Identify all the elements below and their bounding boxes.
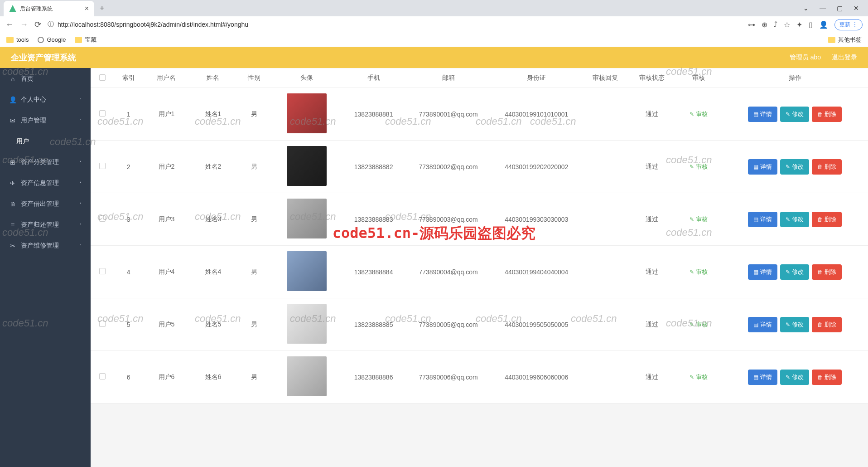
audit-link[interactable]: ✎ 审核 [690,268,708,276]
detail-button[interactable]: ▤详情 [748,317,777,332]
row-checkbox[interactable] [99,110,106,117]
url-input[interactable]: ⓘ http://localhost:8080/springboot4j9k2/… [48,20,742,29]
avatar-image[interactable] [287,93,327,133]
header-username: 用户名 [143,68,190,88]
edit-button[interactable]: ✎修改 [780,317,809,332]
maximize-icon[interactable]: ▢ [837,5,843,12]
users-icon: ✉ [9,117,16,124]
edit-button[interactable]: ✎修改 [780,212,809,227]
new-tab-button[interactable]: + [100,4,105,13]
star-icon[interactable]: ☆ [784,20,790,29]
minimize-icon[interactable]: — [820,5,826,12]
edit-icon: ✎ [690,321,694,328]
delete-button[interactable]: 🗑删除 [812,370,842,385]
logout-link[interactable]: 退出登录 [832,54,857,62]
sidebar-item-8[interactable]: ✂资产维修管理˅ [0,235,91,256]
cell-username: 用户5 [143,298,190,351]
audit-link[interactable]: ✎ 审核 [690,373,708,381]
row-checkbox[interactable] [99,163,106,169]
bookmark-baozang[interactable]: 宝藏 [75,36,96,44]
sidebar-item-0[interactable]: ⌂首页 [0,68,91,89]
sidebar: ⌂首页👤个人中心˅✉用户管理˄用户⊞资产分类管理˅✈资产信息管理˅🗎资产借出管理… [0,48,91,467]
sidebar-item-2[interactable]: ✉用户管理˄ [0,110,91,131]
sidebar-item-1[interactable]: 👤个人中心˅ [0,89,91,110]
table-header-row: 索引 用户名 姓名 性别 头像 手机 邮箱 身份证 审核回复 审核状态 审核 操… [91,68,868,88]
audit-link[interactable]: ✎ 审核 [690,110,708,118]
audit-link[interactable]: ✎ 审核 [690,215,708,224]
panel-icon[interactable]: ▯ [809,20,813,29]
delete-button[interactable]: 🗑删除 [812,159,842,175]
sidebar-item-7[interactable]: ≡资产归还管理˅ [0,214,91,235]
edit-icon: ✎ [690,216,694,223]
row-checkbox[interactable] [99,321,106,327]
extensions-icon[interactable]: ✦ [796,20,802,29]
dropdown-icon[interactable]: ⌄ [803,5,809,12]
avatar-image[interactable] [287,251,327,291]
edit-button[interactable]: ✎修改 [780,159,809,175]
edit-button[interactable]: ✎修改 [780,107,809,122]
cell-index: 2 [114,141,143,193]
reload-button[interactable]: ⟳ [34,19,41,29]
edit-icon: ✎ [690,164,694,170]
delete-button[interactable]: 🗑删除 [812,264,842,280]
app-title: 企业资产管理系统 [11,52,76,63]
trash-icon: 🗑 [817,216,823,223]
detail-button[interactable]: ▤详情 [748,107,777,122]
cell-audit-status: 通过 [629,246,675,298]
close-tab-icon[interactable]: × [85,5,89,13]
forward-button[interactable]: → [20,20,28,29]
row-checkbox[interactable] [99,215,106,222]
info-icon[interactable]: ⓘ [48,20,54,29]
cell-email: 773890005@qq.com [405,298,491,351]
chevron-down-icon: ˅ [79,181,82,186]
header-name: 姓名 [190,68,236,88]
sidebar-item-5[interactable]: ✈资产信息管理˅ [0,173,91,194]
checkbox-all[interactable] [99,74,106,81]
folder-icon [6,37,14,43]
key-icon[interactable]: ⊶ [748,20,755,29]
cell-idcard: 440300199505050005 [491,298,582,351]
avatar-image[interactable] [287,356,327,396]
user-table: 索引 用户名 姓名 性别 头像 手机 邮箱 身份证 审核回复 审核状态 审核 操… [91,68,868,404]
cell-audit: ✎ 审核 [675,298,722,351]
delete-button[interactable]: 🗑删除 [812,317,842,332]
close-window-icon[interactable]: ✕ [854,5,859,12]
cell-gender: 男 [236,193,271,246]
window-controls: ⌄ — ▢ ✕ [803,5,864,12]
bookmark-google[interactable]: Google [38,36,66,43]
trash-icon: 🗑 [817,111,823,117]
header-audit: 审核 [675,68,722,88]
row-checkbox[interactable] [99,373,106,379]
back-button[interactable]: ← [5,20,14,29]
table-row: 1 用户1 姓名1 男 13823888881 773890001@qq.com… [91,88,868,141]
avatar-image[interactable] [287,146,327,186]
admin-label[interactable]: 管理员 abo [790,54,821,62]
sidebar-item-4[interactable]: ⊞资产分类管理˅ [0,152,91,173]
bookmark-other[interactable]: 其他书签 [828,36,862,44]
profile-icon[interactable]: 👤 [819,20,828,29]
detail-button[interactable]: ▤详情 [748,159,777,175]
bookmark-tools[interactable]: tools [6,36,29,43]
edit-button[interactable]: ✎修改 [780,370,809,385]
share-icon[interactable]: ⤴ [774,20,777,29]
sidebar-item-6[interactable]: 🗎资产借出管理˅ [0,194,91,214]
detail-button[interactable]: ▤详情 [748,212,777,227]
zoom-icon[interactable]: ⊕ [762,20,767,29]
table-row: 2 用户2 姓名2 男 13823888882 773890002@qq.com… [91,141,868,193]
detail-button[interactable]: ▤详情 [748,370,777,385]
update-button[interactable]: 更新 ⋮ [834,19,863,30]
avatar-image[interactable] [287,304,327,344]
browser-tab[interactable]: 后台管理系统 × [4,1,94,16]
audit-link[interactable]: ✎ 审核 [690,163,708,171]
sidebar-item-label: 资产信息管理 [21,179,59,187]
audit-link[interactable]: ✎ 审核 [690,321,708,329]
cell-username: 用户3 [143,193,190,246]
detail-button[interactable]: ▤详情 [748,264,777,280]
header-right: 管理员 abo 退出登录 [790,54,857,62]
sidebar-item-3[interactable]: 用户 [0,131,91,152]
delete-button[interactable]: 🗑删除 [812,107,842,122]
row-checkbox[interactable] [99,268,106,274]
edit-button[interactable]: ✎修改 [780,264,809,280]
avatar-image[interactable] [287,199,327,238]
delete-button[interactable]: 🗑删除 [812,212,842,227]
